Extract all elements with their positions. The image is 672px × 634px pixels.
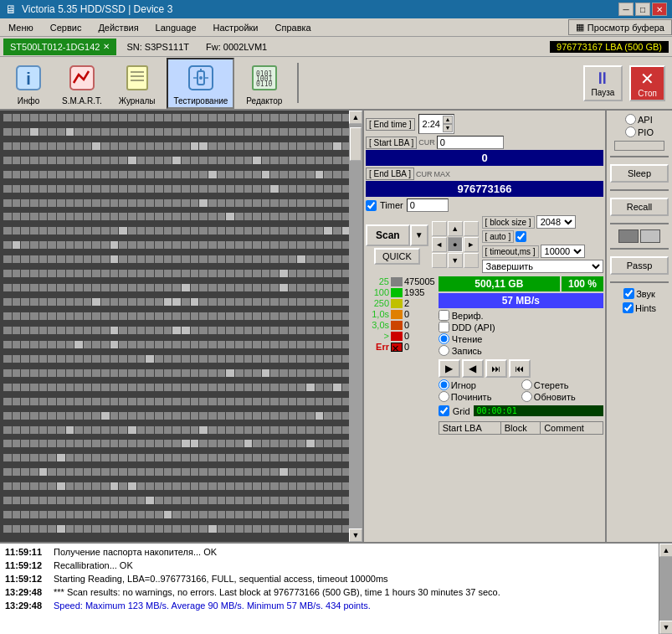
log-scroll-track[interactable] xyxy=(659,557,672,621)
time-down-button[interactable]: ▼ xyxy=(443,124,453,132)
dir-downright-button[interactable] xyxy=(464,253,479,268)
scan-cell xyxy=(74,185,83,193)
maximize-button[interactable]: □ xyxy=(635,3,650,16)
scan-cell xyxy=(21,454,29,461)
menu-service[interactable]: Сервис xyxy=(42,21,90,34)
scan-cell xyxy=(164,227,172,235)
scan-cell xyxy=(110,128,119,136)
scan-cell xyxy=(3,114,12,121)
scroll-thumb[interactable] xyxy=(350,127,362,161)
menu-help[interactable]: Справка xyxy=(267,21,320,34)
erase-radio[interactable] xyxy=(521,379,532,390)
menu-settings[interactable]: Настройки xyxy=(205,21,267,34)
auto-checkbox[interactable] xyxy=(516,231,526,242)
api-radio[interactable] xyxy=(625,114,636,125)
scan-cell xyxy=(66,355,74,363)
dir-downleft-button[interactable] xyxy=(432,253,447,268)
scan-cell xyxy=(306,497,315,504)
editor-button[interactable]: 010110010110 Редактор xyxy=(241,59,287,107)
scan-button[interactable]: Scan xyxy=(366,224,410,246)
sound-checkbox[interactable] xyxy=(623,288,634,299)
timer-input[interactable] xyxy=(407,198,449,212)
read-radio[interactable] xyxy=(439,333,449,344)
scan-cell xyxy=(253,284,261,291)
info-button[interactable]: i Инфо xyxy=(7,59,50,107)
time-up-button[interactable]: ▲ xyxy=(443,116,453,124)
menu-menu[interactable]: Меню xyxy=(0,21,42,34)
scan-cell xyxy=(92,241,100,249)
passp-button[interactable]: Passp xyxy=(610,256,669,275)
scan-cell xyxy=(155,298,163,306)
dir-upleft-button[interactable] xyxy=(432,221,447,236)
drive-tab-close[interactable]: ✕ xyxy=(103,42,110,51)
verify-radio-row: Вериф. xyxy=(439,310,603,321)
journals-button[interactable]: Журналы xyxy=(114,59,161,107)
ddd-label: DDD (API) xyxy=(452,322,495,332)
titlebar-controls[interactable]: ─ □ ✕ xyxy=(618,3,667,16)
smart-button[interactable]: S.M.A.R.T. xyxy=(57,59,107,107)
dir-upright-button[interactable] xyxy=(464,221,479,236)
fix-radio[interactable] xyxy=(439,391,449,402)
block-size-select[interactable]: 2048 xyxy=(536,215,576,229)
dir-down-button[interactable]: ▼ xyxy=(448,253,463,268)
pio-radio[interactable] xyxy=(625,126,636,137)
menu-language[interactable]: Language xyxy=(147,21,205,34)
stop-button[interactable]: ✕ Стоп xyxy=(629,65,665,101)
scan-cell xyxy=(315,398,324,405)
scan-cell xyxy=(172,284,181,291)
write-radio[interactable] xyxy=(439,345,449,356)
log-scroll-down-button[interactable]: ▼ xyxy=(659,621,672,634)
scan-cell xyxy=(21,341,29,348)
scan-cell xyxy=(48,157,56,164)
grid-checkbox[interactable] xyxy=(439,405,449,416)
update-radio[interactable] xyxy=(521,391,532,402)
play-button[interactable]: ▶ xyxy=(439,359,460,378)
stat-gt-row: > 0 xyxy=(366,331,435,341)
close-button[interactable]: ✕ xyxy=(652,3,667,16)
dir-right-button[interactable]: ► xyxy=(464,237,479,252)
finish-select[interactable]: Завершить xyxy=(482,260,603,273)
scan-cell xyxy=(30,142,38,150)
minimize-button[interactable]: ─ xyxy=(618,3,634,16)
start-lba-input[interactable] xyxy=(437,136,504,149)
scan-cell xyxy=(172,185,181,193)
log-scroll-up-button[interactable]: ▲ xyxy=(659,544,672,557)
recall-button[interactable]: Recall xyxy=(610,198,669,216)
time-spinner[interactable]: ▲ ▼ xyxy=(443,116,453,132)
smart-label: S.M.A.R.T. xyxy=(62,96,102,106)
view-buffer-button[interactable]: ▦ Просмотр буфера xyxy=(568,19,672,35)
drive-tab[interactable]: ST500LT012-1DG142 ✕ xyxy=(3,39,116,55)
scan-cell xyxy=(74,468,83,476)
scan-cell xyxy=(280,398,288,405)
scan-cell xyxy=(199,398,208,405)
scan-cell xyxy=(84,213,92,220)
quick-button[interactable]: QUICK xyxy=(374,248,420,265)
scan-cell xyxy=(306,454,315,461)
dir-up-button[interactable]: ▲ xyxy=(448,221,463,236)
scan-cell xyxy=(280,525,288,533)
ddd-checkbox[interactable] xyxy=(439,322,449,332)
scroll-track[interactable] xyxy=(349,124,362,528)
scan-cell xyxy=(13,327,21,334)
scan-cell xyxy=(289,185,297,193)
end-button[interactable]: ⏮ xyxy=(509,359,531,378)
timeout-select[interactable]: 10000 xyxy=(541,245,585,258)
verify-checkbox[interactable] xyxy=(439,310,449,321)
menu-actions[interactable]: Действия xyxy=(90,21,146,34)
scan-cell xyxy=(226,384,234,391)
scan-cell xyxy=(253,412,261,420)
scan-dropdown-button[interactable]: ▼ xyxy=(410,224,428,246)
scroll-up-button[interactable]: ▲ xyxy=(349,111,362,124)
scan-cell xyxy=(13,114,21,121)
ignore-radio[interactable] xyxy=(439,379,449,390)
pause-button[interactable]: ⏸ Пауза xyxy=(583,65,623,101)
skip-button[interactable]: ⏭ xyxy=(485,359,507,378)
test-button[interactable]: Тестирование xyxy=(167,58,234,109)
step-back-button[interactable]: ◀ xyxy=(462,359,484,378)
stat-250-count: 2 xyxy=(404,298,409,308)
hints-checkbox[interactable] xyxy=(623,302,634,313)
scroll-down-button[interactable]: ▼ xyxy=(349,528,362,542)
dir-left-button[interactable]: ◄ xyxy=(432,237,447,252)
sleep-button[interactable]: Sleep xyxy=(610,164,669,183)
timer-checkbox[interactable] xyxy=(366,200,377,211)
